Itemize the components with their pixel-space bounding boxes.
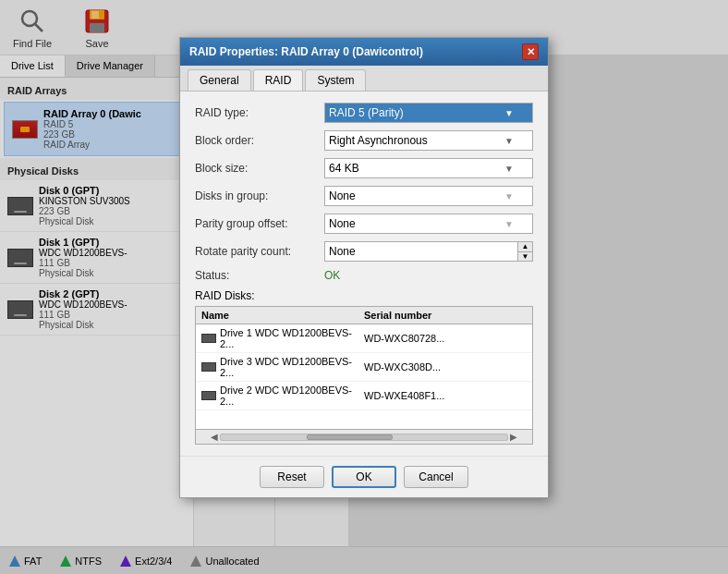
parity-offset-arrow: ▼ (504, 219, 514, 229)
raid-type-select-inner: RAID 5 (Parity) ▼ (329, 106, 514, 119)
modal-tab-system[interactable]: System (305, 69, 366, 91)
modal-body: RAID type: RAID 5 (Parity) ▼ Block order… (180, 92, 548, 456)
col-serial-header: Serial number (364, 310, 527, 321)
disks-in-group-inner: None ▼ (329, 189, 514, 202)
raid-type-label: RAID type: (195, 106, 324, 119)
block-order-label: Block order: (195, 134, 324, 147)
raid-disk-serial-2: WD-WXE408F1... (364, 390, 527, 401)
block-size-label: Block size: (195, 162, 324, 175)
disk-line-icon-0 (201, 334, 216, 343)
raid-type-arrow: ▼ (504, 108, 514, 118)
raid-disk-name-0: Drive 1 WDC WD1200BEVS-2... (220, 327, 364, 349)
disks-in-group-row: Disks in group: None ▼ (195, 186, 533, 206)
scrollbar-track[interactable] (220, 434, 508, 441)
spin-up-button[interactable]: ▲ (518, 242, 532, 252)
disks-in-group-arrow: ▼ (504, 191, 514, 202)
raid-disks-label: RAID Disks: (195, 289, 533, 302)
scrollbar-thumb[interactable] (307, 434, 393, 440)
modal-tabs: General RAID System (180, 66, 548, 92)
block-order-arrow: ▼ (504, 136, 514, 146)
raid-disk-serial-1: WD-WXC308D... (364, 361, 527, 372)
raid-disk-name-2: Drive 2 WDC WD1200BEVS-2... (220, 385, 364, 407)
raid-disk-row-2[interactable]: Drive 2 WDC WD1200BEVS-2... WD-WXE408F1.… (196, 382, 532, 410)
block-size-select[interactable]: 64 KB ▼ (324, 158, 533, 178)
block-size-value: 64 KB (329, 162, 359, 175)
disks-in-group-label: Disks in group: (195, 189, 324, 202)
modal-dialog: RAID Properties: RAID Array 0 (Dawicontr… (179, 37, 549, 498)
raid-type-row: RAID type: RAID 5 (Parity) ▼ (195, 103, 533, 123)
scroll-left-arrow[interactable]: ◀ (209, 432, 220, 442)
raid-disk-row-1[interactable]: Drive 3 WDC WD1200BEVS-2... WD-WXC308D..… (196, 353, 532, 382)
rotate-parity-input[interactable]: None ▲ ▼ (324, 241, 533, 262)
modal-tab-general[interactable]: General (188, 69, 251, 91)
table-empty-space (196, 410, 532, 429)
reset-button[interactable]: Reset (260, 466, 324, 488)
status-label: Status: (195, 269, 324, 282)
raid-disk-name-1: Drive 3 WDC WD1200BEVS-2... (220, 356, 364, 378)
status-value: OK (324, 269, 340, 282)
block-order-row: Block order: Right Asynchronous ▼ (195, 130, 533, 151)
cancel-button[interactable]: Cancel (404, 466, 468, 488)
disks-in-group-select[interactable]: None ▼ (324, 186, 533, 206)
parity-offset-value: None (329, 217, 356, 230)
parity-offset-row: Parity group offset: None ▼ (195, 214, 533, 234)
block-size-arrow: ▼ (504, 164, 514, 174)
parity-offset-label: Parity group offset: (195, 217, 324, 230)
block-order-select[interactable]: Right Asynchronous ▼ (324, 130, 533, 151)
rotate-parity-spinner[interactable]: ▲ ▼ (517, 242, 532, 261)
rotate-parity-label: Rotate parity count: (195, 245, 324, 258)
raid-disk-row-0[interactable]: Drive 1 WDC WD1200BEVS-2... WD-WXC80728.… (196, 324, 532, 353)
block-size-row: Block size: 64 KB ▼ (195, 158, 533, 178)
raid-type-select[interactable]: RAID 5 (Parity) ▼ (324, 103, 533, 123)
rotate-parity-row: Rotate parity count: None ▲ ▼ (195, 241, 533, 262)
modal-titlebar: RAID Properties: RAID Array 0 (Dawicontr… (180, 38, 548, 66)
block-order-select-inner: Right Asynchronous ▼ (329, 134, 514, 147)
horizontal-scrollbar[interactable]: ◀ ▶ (195, 430, 533, 445)
modal-overlay: RAID Properties: RAID Array 0 (Dawicontr… (0, 0, 728, 574)
raid-disk-serial-0: WD-WXC80728... (364, 333, 527, 344)
parity-offset-select[interactable]: None ▼ (324, 214, 533, 234)
raid-disks-section: RAID Disks: Name Serial number Drive 1 W… (195, 289, 533, 445)
ok-button[interactable]: OK (332, 466, 396, 488)
disk-line-icon-2 (201, 391, 216, 400)
spin-down-button[interactable]: ▼ (518, 252, 532, 262)
raid-type-value: RAID 5 (Parity) (329, 106, 404, 119)
modal-close-button[interactable]: ✕ (522, 43, 539, 60)
block-size-select-inner: 64 KB ▼ (329, 162, 514, 175)
status-row: Status: OK (195, 269, 533, 282)
scroll-right-arrow[interactable]: ▶ (508, 432, 519, 442)
modal-tab-raid[interactable]: RAID (253, 69, 304, 91)
block-order-value: Right Asynchronous (329, 134, 428, 147)
parity-offset-inner: None ▼ (329, 217, 514, 230)
raid-disks-table: Name Serial number Drive 1 WDC WD1200BEV… (195, 306, 533, 430)
disk-line-icon-1 (201, 362, 216, 372)
rotate-parity-value: None (329, 245, 356, 258)
modal-footer: Reset OK Cancel (180, 456, 548, 497)
raid-disks-header: Name Serial number (196, 307, 532, 324)
disks-in-group-value: None (329, 189, 356, 202)
col-name-header: Name (201, 310, 364, 321)
modal-title: RAID Properties: RAID Array 0 (Dawicontr… (189, 45, 423, 58)
